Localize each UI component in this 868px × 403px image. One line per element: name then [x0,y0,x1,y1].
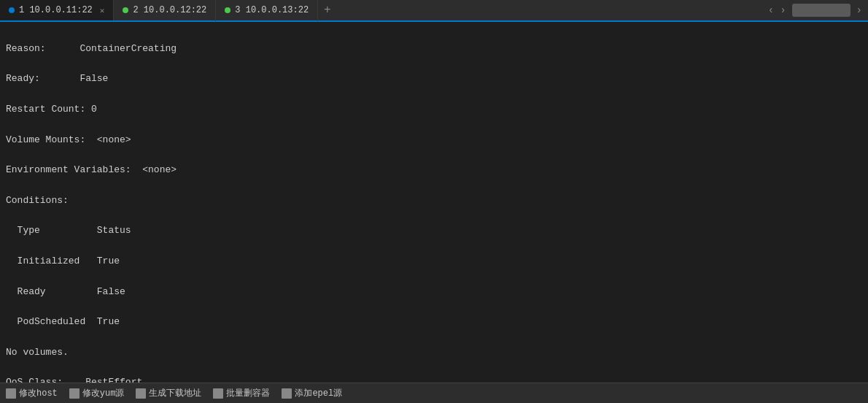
line-env-vars: Environment Variables: <none> [6,163,862,178]
line-ready: Ready: False [6,72,862,87]
line-ready-condition: Ready False [6,285,862,300]
tab-3-label: 3 10.0.0.13:22 [235,5,309,15]
nav-more[interactable]: › [856,4,862,16]
toolbar-modify-host[interactable]: 修改host [6,387,58,399]
toolbar-gen-download[interactable]: 生成下载地址 [136,387,201,399]
new-tab-button[interactable]: + [318,4,337,17]
line-reason: Reason: ContainerCreating [6,42,862,57]
line-qos: QoS Class: BestEffort [6,375,862,383]
modify-host-icon [6,388,16,399]
toolbar-modify-yum[interactable]: 修改yum源 [69,387,125,399]
bottom-toolbar: 修改host 修改yum源 生成下载地址 批量删容器 添加epel源 [0,383,868,403]
line-restart: Restart Count: 0 [6,102,862,118]
terminal-content[interactable]: Reason: ContainerCreating Ready: False R… [0,22,868,383]
toolbar-batch-container-label: 批量删容器 [226,387,270,399]
toolbar-modify-yum-label: 修改yum源 [82,387,125,399]
line-volume-mounts: Volume Mounts: <none> [6,133,862,148]
batch-container-icon [213,388,223,399]
tab-1-close[interactable]: ✕ [100,6,105,15]
tab-nav-right: ‹ › › [768,4,868,17]
tab-2-dot [123,7,128,13]
toolbar-batch-container[interactable]: 批量删容器 [213,387,270,399]
tab-bar: 1 10.0.0.11:22 ✕ 2 10.0.0.12:22 3 10.0.0… [0,0,868,22]
tab-3[interactable]: 3 10.0.0.13:22 [216,0,318,21]
toolbar-gen-download-label: 生成下载地址 [149,387,201,399]
tab-1-label: 1 10.0.0.11:22 [19,5,93,15]
modify-yum-icon [69,388,80,399]
line-podscheduled: PodScheduled True [6,315,862,330]
toolbar-add-epel-label: 添加epel源 [295,387,342,399]
line-type-header: Type Status [6,223,862,239]
toolbar-modify-host-label: 修改host [19,387,58,399]
nav-left-arrow[interactable]: ‹ [768,4,774,16]
nav-right-arrow[interactable]: › [780,4,786,16]
add-epel-icon [282,388,292,399]
blurred-user-info [792,4,850,17]
toolbar-add-epel[interactable]: 添加epel源 [282,387,342,399]
tab-2-label: 2 10.0.0.12:22 [133,5,206,15]
tab-1-dot [9,7,15,13]
line-initialized: Initialized True [6,254,862,269]
line-conditions: Conditions: [6,193,862,209]
gen-download-icon [136,388,146,399]
tab-2[interactable]: 2 10.0.0.12:22 [114,0,216,21]
tab-3-dot [225,7,230,13]
line-no-volumes: No volumes. [6,345,862,361]
tab-1[interactable]: 1 10.0.0.11:22 ✕ [0,0,114,20]
